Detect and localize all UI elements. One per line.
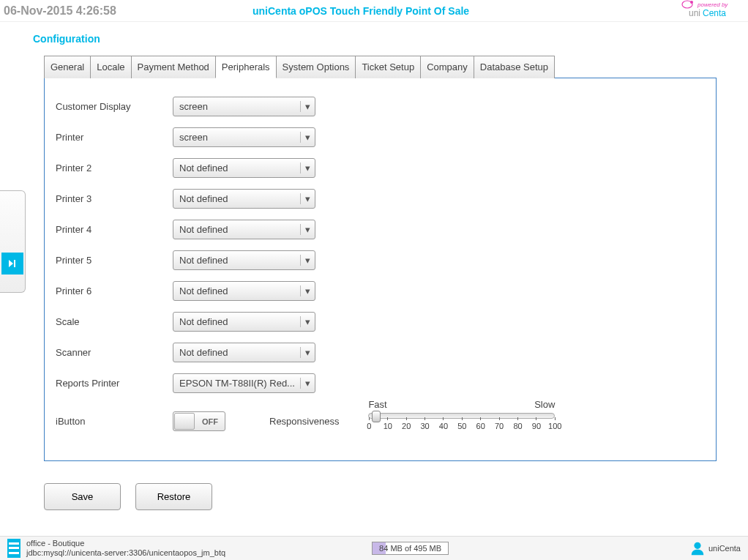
scale-dropdown[interactable]: Not defined▾ xyxy=(173,312,315,332)
dropdown-value: Not defined xyxy=(179,224,228,235)
footer-user[interactable]: uniCenta xyxy=(689,540,741,556)
reports-printer-dropdown[interactable]: EPSON TM-T88II(R) Red...▾ xyxy=(173,373,315,393)
field-label: Reports Printer xyxy=(56,378,173,389)
chevron-down-icon: ▾ xyxy=(300,101,312,112)
chevron-down-icon: ▾ xyxy=(300,193,312,204)
powered-by-logo: powered by uni Centa xyxy=(678,0,744,21)
footer-jdbc: jdbc:mysql://unicenta-server:3306/unicen… xyxy=(26,548,225,558)
footer-connection-info: office - Boutique jdbc:mysql://unicenta-… xyxy=(26,539,225,558)
printer-2-dropdown[interactable]: Not defined▾ xyxy=(173,158,315,178)
toggle-knob xyxy=(174,413,195,430)
chevron-down-icon: ▾ xyxy=(300,224,312,235)
dropdown-value: Not defined xyxy=(179,163,228,173)
dropdown-value: Not defined xyxy=(179,255,228,266)
chevron-down-icon: ▾ xyxy=(300,316,312,327)
toggle-state: OFF xyxy=(195,417,225,426)
printer-4-dropdown[interactable]: Not defined▾ xyxy=(173,220,315,239)
tab-locale[interactable]: Locale xyxy=(90,56,131,78)
printer-3-dropdown[interactable]: Not defined▾ xyxy=(173,189,315,209)
user-icon xyxy=(689,540,706,556)
chevron-down-icon: ▾ xyxy=(300,347,312,358)
dropdown-value: Not defined xyxy=(179,347,228,358)
field-label: Printer xyxy=(56,132,173,143)
slider-thumb[interactable] xyxy=(372,411,381,422)
ibutton-label: iButton xyxy=(56,416,173,427)
memory-indicator: 84 MB of 495 MB xyxy=(372,542,453,555)
tab-peripherals[interactable]: Peripherals xyxy=(215,56,277,78)
peripherals-panel: Customer Displayscreen▾Printerscreen▾Pri… xyxy=(44,78,717,461)
tab-general[interactable]: General xyxy=(44,56,91,78)
datetime-label: 06-Nov-2015 4:26:58 xyxy=(4,4,253,18)
field-label: Scanner xyxy=(56,347,173,358)
field-label: Printer 5 xyxy=(56,255,173,266)
tab-company[interactable]: Company xyxy=(420,56,474,78)
printer-6-dropdown[interactable]: Not defined▾ xyxy=(173,281,315,301)
tab-database-setup[interactable]: Database Setup xyxy=(474,56,555,78)
svg-point-5 xyxy=(694,542,700,549)
field-label: Printer 4 xyxy=(56,224,173,235)
dropdown-value: screen xyxy=(179,101,208,112)
slider-fast-label: Fast xyxy=(368,399,386,410)
save-button[interactable]: Save xyxy=(44,483,121,510)
database-icon xyxy=(7,539,20,558)
printer-5-dropdown[interactable]: Not defined▾ xyxy=(173,250,315,270)
chevron-down-icon: ▾ xyxy=(300,378,312,389)
responsiveness-label: Responsiveness xyxy=(269,416,339,427)
tab-ticket-setup[interactable]: Ticket Setup xyxy=(355,56,421,78)
slider-slow-label: Slow xyxy=(534,399,555,410)
scanner-dropdown[interactable]: Not defined▾ xyxy=(173,343,315,362)
side-drawer-handle[interactable] xyxy=(0,190,26,293)
field-label: Printer 6 xyxy=(56,285,173,296)
svg-point-1 xyxy=(690,1,693,4)
tab-system-options[interactable]: System Options xyxy=(276,56,356,78)
field-label: Scale xyxy=(56,316,173,327)
memory-text: 84 MB of 495 MB xyxy=(373,542,448,554)
app-title: uniCenta oPOS Touch Friendly Point Of Sa… xyxy=(253,5,678,17)
footer-office: office - Boutique xyxy=(26,539,225,548)
chevron-down-icon: ▾ xyxy=(300,132,312,143)
tab-payment-method[interactable]: Payment Method xyxy=(131,56,216,78)
svg-text:Centa: Centa xyxy=(703,8,726,18)
customer-display-dropdown[interactable]: screen▾ xyxy=(173,97,315,116)
dropdown-value: Not defined xyxy=(179,316,228,327)
footer-username: uniCenta xyxy=(708,544,741,553)
tabs-row: GeneralLocalePayment MethodPeripheralsSy… xyxy=(44,56,748,78)
responsiveness-slider-wrap: Fast Slow 0102030405060708090100 xyxy=(368,399,555,420)
svg-text:uni: uni xyxy=(689,8,700,18)
svg-text:powered by: powered by xyxy=(697,1,728,8)
field-label: Customer Display xyxy=(56,101,173,112)
section-title: Configuration xyxy=(33,33,748,45)
dropdown-value: EPSON TM-T88II(R) Red... xyxy=(179,378,295,389)
field-label: Printer 2 xyxy=(56,163,173,173)
ibutton-toggle[interactable]: OFF xyxy=(173,411,225,431)
dropdown-value: screen xyxy=(179,132,208,143)
restore-button[interactable]: Restore xyxy=(135,483,212,510)
chevron-down-icon: ▾ xyxy=(300,285,312,296)
chevron-down-icon: ▾ xyxy=(300,255,312,266)
field-label: Printer 3 xyxy=(56,193,173,204)
expand-icon xyxy=(1,253,23,275)
dropdown-value: Not defined xyxy=(179,285,228,296)
chevron-down-icon: ▾ xyxy=(300,163,312,173)
printer-dropdown[interactable]: screen▾ xyxy=(173,127,315,147)
dropdown-value: Not defined xyxy=(179,193,228,204)
